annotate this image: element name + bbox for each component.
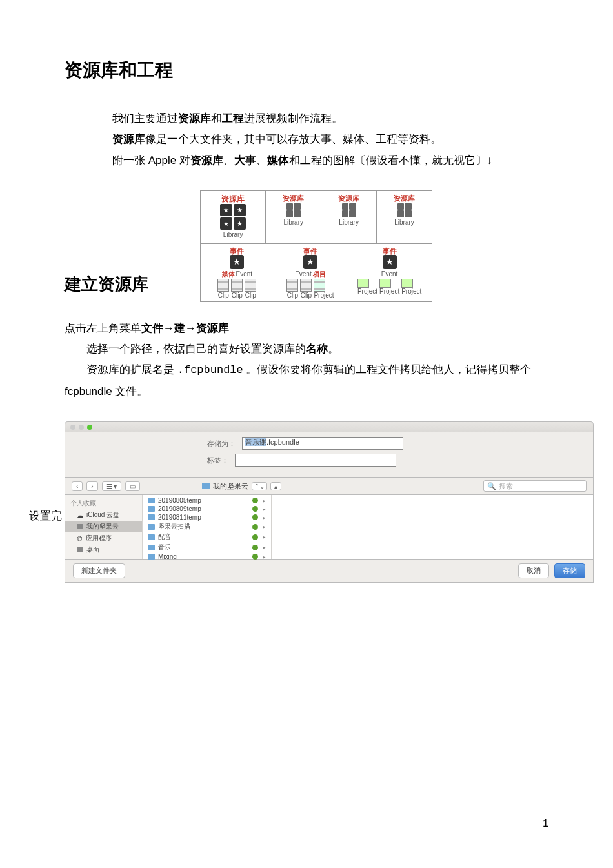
folder-item[interactable]: 坚果云扫描▸ xyxy=(143,521,271,532)
folder-item[interactable]: Mixing▸ xyxy=(143,552,271,561)
step-extension-note: 资源库的扩展名是 .fcpbundle 。假设你要将你剪辑的工程文件拷贝给他人，… xyxy=(65,359,548,402)
chevron-right-icon: ▸ xyxy=(263,523,266,530)
step-set-name: 选择一个路径，依据自己的喜好设置资源库的名称。 xyxy=(65,339,548,359)
folder-icon xyxy=(148,498,155,503)
chevron-right-icon: ▸ xyxy=(263,534,266,540)
page-number: 1 xyxy=(543,818,548,829)
sidebar-item-nutstore[interactable]: 我的坚果云 xyxy=(65,521,142,532)
step-menu-path: 点击左上角菜单文件→建→资源库 xyxy=(65,318,548,339)
folder-icon xyxy=(148,545,155,550)
page-title: 资源库和工程 xyxy=(65,58,548,83)
project-icon xyxy=(379,279,391,288)
sync-status-icon xyxy=(252,554,258,560)
chevron-right-icon: ▸ xyxy=(263,506,266,512)
sidebar-item-icloud[interactable]: ☁︎iCloud 云盘 xyxy=(65,509,142,521)
project-icon xyxy=(357,279,369,288)
search-input[interactable]: 🔍 搜索 xyxy=(483,480,587,492)
search-icon: 🔍 xyxy=(487,482,496,490)
sync-status-icon xyxy=(252,545,258,550)
tags-input[interactable] xyxy=(235,454,396,467)
cutoff-text: 设置完 xyxy=(29,509,62,523)
cancel-button[interactable]: 取消 xyxy=(518,563,549,578)
sync-status-icon xyxy=(252,534,258,540)
event-icon: ★ xyxy=(383,255,397,269)
view-mode-button[interactable]: ☰ ▾ xyxy=(102,481,122,491)
folder-icon xyxy=(148,554,155,560)
folder-item[interactable]: 20190809temp▸ xyxy=(143,505,271,513)
intro-line-1: 我们主要通过资源库和工程进展视频制作流程。 xyxy=(90,108,574,129)
path-stepper[interactable]: ⌃⌄ xyxy=(252,482,267,490)
finder-sidebar: 个人收藏 ☁︎iCloud 云盘 我的坚果云 ⌬应用程序 桌面 xyxy=(65,495,143,559)
sync-status-icon xyxy=(252,524,258,530)
event-icon: ★ xyxy=(230,255,244,269)
save-as-input[interactable]: 音乐课.fcpbundle xyxy=(242,437,403,450)
folder-icon xyxy=(148,534,155,540)
library-icon xyxy=(397,203,412,217)
sync-status-icon xyxy=(252,506,258,512)
clip-icon xyxy=(231,279,243,292)
chevron-right-icon: ▸ xyxy=(263,544,266,550)
folder-item[interactable]: 20190805temp▸ xyxy=(143,496,271,505)
close-icon[interactable] xyxy=(70,425,75,430)
view-mode-button-2[interactable]: ▭ xyxy=(125,481,140,491)
finder-column: 20190805temp▸ 20190809temp▸ 20190811temp… xyxy=(143,495,272,559)
chevron-right-icon: ▸ xyxy=(263,498,266,504)
tags-label: 标签： xyxy=(207,456,228,465)
library-icon xyxy=(286,203,301,217)
save-button[interactable]: 存储 xyxy=(554,563,585,578)
section-heading-create-library: 建立资源库 xyxy=(65,273,148,296)
zoom-icon[interactable] xyxy=(87,425,92,430)
path-label[interactable]: 我的坚果云 xyxy=(213,481,248,491)
chevron-right-icon: ▸ xyxy=(263,554,266,560)
sidebar-item-desktop[interactable]: 桌面 xyxy=(65,544,142,556)
clip-icon xyxy=(300,279,312,292)
save-dialog: 设置完 存储为： 音乐课.fcpbundle 标签： ‹ › ☰ ▾ ▭ 我的坚… xyxy=(65,421,594,583)
project-icon xyxy=(314,279,325,292)
project-icon xyxy=(401,279,413,288)
clip-icon xyxy=(286,279,298,292)
folder-item[interactable]: 20190811temp▸ xyxy=(143,513,271,521)
folder-item[interactable]: 音乐▸ xyxy=(143,542,271,552)
sync-status-icon xyxy=(252,514,258,520)
clip-icon xyxy=(217,279,229,292)
window-titlebar xyxy=(65,421,594,432)
folder-icon xyxy=(148,506,155,512)
new-folder-button[interactable]: 新建文件夹 xyxy=(73,563,125,578)
library-icon: ★★★★ xyxy=(220,204,246,230)
event-icon: ★ xyxy=(303,255,317,269)
intro-line-3: 附一张 Apple 对资源库、大事、媒体和工程的图解〔假设看不懂，就无视它〕↓ xyxy=(90,150,574,171)
intro-line-2: 资源库像是一个大文件夹，其中可以存放大事、媒体、工程等资料。 xyxy=(90,129,574,150)
folder-icon xyxy=(202,483,210,489)
library-icon xyxy=(342,203,356,217)
save-as-label: 存储为： xyxy=(207,439,236,449)
folder-item[interactable]: 配音▸ xyxy=(143,532,271,542)
folder-icon xyxy=(148,514,155,520)
chevron-right-icon: ▸ xyxy=(263,514,266,521)
minimize-icon[interactable] xyxy=(79,425,84,430)
nav-back-button[interactable]: ‹ xyxy=(72,481,83,491)
nav-forward-button[interactable]: › xyxy=(86,481,97,491)
sidebar-item-applications[interactable]: ⌬应用程序 xyxy=(65,532,142,544)
sidebar-section-header: 个人收藏 xyxy=(65,498,142,509)
collapse-button[interactable]: ▴ xyxy=(270,482,281,490)
library-structure-diagram: 资源库 ★★★★ Library 资源库 Library 资源库 Library… xyxy=(200,190,432,302)
clip-icon xyxy=(245,279,256,292)
folder-icon xyxy=(148,524,155,530)
sync-status-icon xyxy=(252,498,258,503)
